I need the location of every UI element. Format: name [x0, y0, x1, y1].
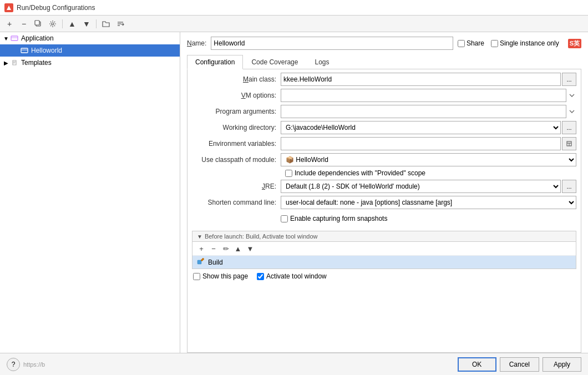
vm-options-label: VM options:: [192, 92, 281, 99]
enable-snapshots-label[interactable]: Enable capturing form snapshots: [281, 215, 387, 222]
application-icon: [10, 34, 19, 43]
enable-snapshots-row: Enable capturing form snapshots: [192, 212, 576, 225]
activate-tool-window-label[interactable]: Activate tool window: [257, 272, 327, 280]
program-arguments-expand-button[interactable]: [567, 107, 576, 116]
name-input[interactable]: [211, 37, 453, 50]
tab-configuration[interactable]: Configuration: [187, 55, 243, 69]
window-title: Run/Debug Configurations: [17, 4, 95, 12]
single-instance-checkbox[interactable]: [491, 40, 498, 47]
build-icon: [197, 257, 205, 267]
include-deps-label[interactable]: Include dependencies with "Provided" sco…: [285, 169, 425, 177]
folder-button[interactable]: [100, 18, 112, 30]
bl-build-label: Build: [208, 259, 223, 266]
vm-options-expand-button[interactable]: [567, 91, 576, 100]
environment-variables-label: Environment variables:: [192, 140, 281, 148]
bl-add-button[interactable]: +: [196, 243, 207, 254]
tree-item-helloworld[interactable]: Helloworld: [0, 44, 180, 57]
jre-row: JRE: Default (1.8 (2) - SDK of 'HelloWor…: [192, 180, 576, 193]
before-launch-section: ▼ Before launch: Build, Activate tool wi…: [192, 231, 576, 269]
application-label: Application: [21, 34, 54, 42]
svg-rect-10: [21, 48, 28, 53]
tab-code-coverage[interactable]: Code Coverage: [243, 55, 306, 69]
working-directory-row: Working directory: G:\javacode\HelloWorl…: [192, 121, 576, 134]
use-classpath-select[interactable]: 📦 HelloWorld: [281, 153, 576, 166]
shorten-cmdline-row: Shorten command line: user-local default…: [192, 196, 576, 209]
environment-variables-browse-button[interactable]: [562, 137, 576, 150]
use-classpath-label: Use classpath of module:: [192, 156, 281, 164]
before-launch-header: ▼ Before launch: Build, Activate tool wi…: [192, 231, 576, 242]
helloworld-icon: [20, 46, 29, 55]
working-directory-select[interactable]: G:\javacode\HelloWorld: [281, 121, 561, 134]
jre-browse-button[interactable]: ...: [562, 180, 576, 193]
program-arguments-row: Program arguments:: [192, 105, 576, 118]
settings-button[interactable]: [47, 18, 59, 30]
main-class-label: Main class:: [192, 75, 281, 83]
bl-down-button[interactable]: ▼: [245, 243, 256, 254]
main-class-browse-button[interactable]: ...: [562, 73, 576, 86]
sohu-logo: S英: [568, 39, 581, 48]
activate-tool-window-text: Activate tool window: [266, 272, 327, 280]
bl-edit-button[interactable]: ✏: [220, 243, 231, 254]
single-instance-checkbox-label[interactable]: Single instance only: [491, 39, 559, 47]
sort-button[interactable]: [114, 18, 126, 30]
cancel-button[interactable]: Cancel: [500, 357, 539, 372]
program-arguments-input[interactable]: [281, 105, 566, 118]
program-arguments-label: Program arguments:: [192, 108, 281, 115]
enable-snapshots-checkbox[interactable]: [281, 215, 288, 222]
tab-logs[interactable]: Logs: [306, 55, 337, 69]
activate-tool-window-checkbox[interactable]: [257, 273, 264, 280]
title-bar: Run/Debug Configurations: [0, 0, 588, 16]
svg-marker-0: [7, 6, 11, 10]
show-page-checkbox[interactable]: [193, 273, 200, 280]
main-class-row: Main class: ...: [192, 73, 576, 86]
url-hint: https://b: [23, 361, 454, 368]
remove-config-button[interactable]: −: [18, 18, 30, 30]
before-launch-arrow[interactable]: ▼: [197, 234, 202, 240]
main-class-input[interactable]: [281, 73, 561, 86]
add-config-button[interactable]: +: [3, 18, 16, 30]
bl-up-button[interactable]: ▲: [232, 243, 244, 254]
environment-variables-input[interactable]: [281, 137, 561, 150]
include-deps-text: Include dependencies with "Provided" sco…: [295, 169, 425, 177]
svg-rect-2: [35, 21, 39, 25]
bl-list-item-build[interactable]: Build: [192, 256, 576, 268]
shorten-cmdline-select[interactable]: user-local default: none - java [options…: [281, 196, 576, 209]
svg-rect-8: [11, 36, 18, 40]
jre-select[interactable]: Default (1.8 (2) - SDK of 'HelloWorld' m…: [281, 180, 561, 193]
ok-button[interactable]: OK: [458, 357, 496, 372]
expand-arrow-templates[interactable]: ▶: [2, 59, 10, 67]
include-deps-checkbox[interactable]: [285, 170, 292, 177]
share-checkbox[interactable]: [458, 40, 465, 47]
svg-point-3: [52, 23, 54, 25]
left-panel: ▼ Application Helloworld ▶ Templates: [0, 32, 180, 353]
helloworld-label: Helloworld: [31, 47, 62, 54]
svg-rect-17: [197, 260, 201, 264]
tree-item-templates[interactable]: ▶ Templates: [0, 57, 180, 69]
working-directory-label: Working directory:: [192, 124, 281, 131]
expand-spacer-helloworld: [12, 47, 20, 54]
share-checkbox-label[interactable]: Share: [458, 39, 484, 47]
tree-item-application[interactable]: ▼ Application: [0, 32, 180, 44]
vm-options-row: VM options:: [192, 89, 576, 102]
expand-arrow-application[interactable]: ▼: [2, 34, 10, 42]
show-page-text: Show this page: [202, 272, 248, 280]
form-panel: Main class: ... VM options: Program argu…: [187, 69, 581, 353]
templates-label: Templates: [21, 59, 52, 67]
help-button[interactable]: ?: [7, 358, 20, 371]
move-up-button[interactable]: ▲: [66, 18, 78, 30]
use-classpath-row: Use classpath of module: 📦 HelloWorld: [192, 153, 576, 166]
bottom-bar: ? https://b OK Cancel Apply: [0, 353, 588, 375]
vm-options-input[interactable]: [281, 89, 566, 102]
tabs: Configuration Code Coverage Logs: [187, 54, 581, 69]
show-page-label[interactable]: Show this page: [193, 272, 248, 280]
move-down-button[interactable]: ▼: [80, 18, 93, 30]
templates-icon: [10, 58, 19, 67]
copy-config-button[interactable]: [32, 18, 44, 30]
apply-button[interactable]: Apply: [543, 357, 581, 372]
right-panel: Name: Share Single instance only S英 Conf…: [180, 32, 588, 353]
before-launch-title: Before launch: Build, Activate tool wind…: [205, 233, 318, 240]
bl-remove-button[interactable]: −: [208, 243, 219, 254]
working-directory-browse-button[interactable]: ...: [562, 121, 576, 134]
environment-variables-row: Environment variables:: [192, 137, 576, 150]
before-launch-list: Build: [192, 256, 576, 268]
